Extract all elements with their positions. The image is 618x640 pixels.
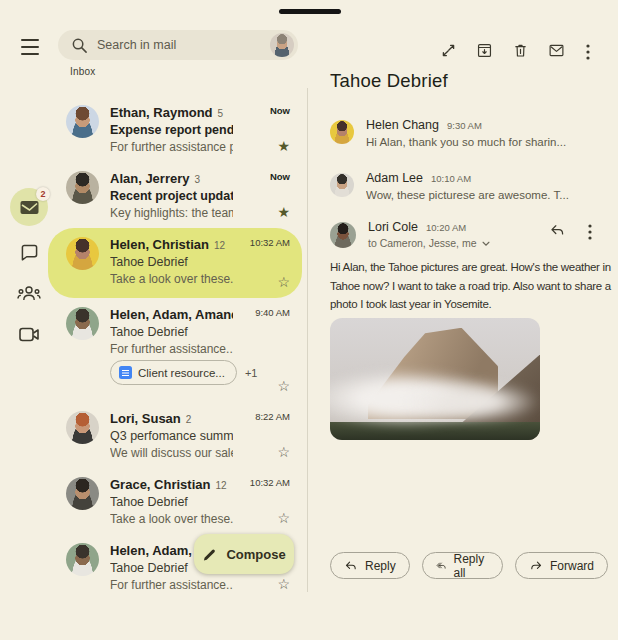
subject: Tahoe Debrief xyxy=(110,495,233,509)
message-snippet: Hi Alan, thank you so much for sharin... xyxy=(366,136,598,148)
message-body: Hi Alan, the Tahoe pictures are great. H… xyxy=(330,258,615,314)
reply-all-label: Reply all xyxy=(453,552,489,580)
chevron-down-icon xyxy=(481,239,491,248)
groups-icon xyxy=(17,285,41,302)
avatar[interactable] xyxy=(66,237,99,270)
attachment-label: Client resource... xyxy=(138,367,225,379)
archive-icon[interactable] xyxy=(476,42,493,59)
list-item[interactable]: Grace, Christian12 Tahoe Debrief Take a … xyxy=(48,468,302,534)
avatar[interactable] xyxy=(66,105,99,138)
star-icon[interactable]: ☆ xyxy=(277,577,290,591)
rail-chat-tab[interactable] xyxy=(10,233,48,271)
reply-button[interactable]: Reply xyxy=(330,552,410,579)
mail-icon xyxy=(20,200,39,215)
recipients: to Cameron, Jesse, me xyxy=(368,237,477,249)
message-count: 12 xyxy=(215,480,226,491)
compose-label: Compose xyxy=(226,547,285,562)
timestamp: 10:32 AM xyxy=(250,237,290,248)
snippet: For further assistance please... xyxy=(110,140,233,154)
inbox-list: Ethan, Raymond5 Expense report pending F… xyxy=(48,96,302,600)
sender-names: Ethan, Raymond xyxy=(110,105,213,120)
collapsed-message[interactable]: Adam Lee10:10 AM Wow, these picturese ar… xyxy=(330,171,598,201)
sender-names: Grace, Christian xyxy=(110,477,210,492)
snippet: Take a look over these... xyxy=(110,512,233,526)
reply-label: Reply xyxy=(365,559,396,573)
conversation-pane: Tahoe Debrief Helen Chang9:30 AM Hi Alan… xyxy=(320,0,608,600)
search-input[interactable] xyxy=(97,38,261,52)
reply-all-icon xyxy=(436,559,447,573)
subject: Expense report pending xyxy=(110,123,233,137)
google-docs-icon xyxy=(119,366,132,379)
expand-icon[interactable] xyxy=(440,42,457,59)
sender-name: Helen Chang xyxy=(366,118,439,132)
list-item[interactable]: Lori, Susan2 Q3 perfomance summary We wi… xyxy=(48,402,302,468)
sender-names: Lori, Susan xyxy=(110,411,181,426)
message-more-icon[interactable] xyxy=(586,222,594,239)
menu-icon[interactable] xyxy=(19,38,43,56)
timestamp: 10:32 AM xyxy=(250,477,290,488)
account-avatar[interactable] xyxy=(270,33,294,57)
message-snippet: Wow, these picturese are awesome. T... xyxy=(366,189,598,201)
rail-spaces-tab[interactable] xyxy=(10,274,48,312)
search-icon xyxy=(71,37,88,54)
inbox-section-label: Inbox xyxy=(70,66,95,77)
thread-title: Tahoe Debrief xyxy=(330,70,448,92)
star-icon[interactable]: ★ xyxy=(277,139,290,153)
star-icon[interactable]: ☆ xyxy=(277,445,290,459)
gmail-tablet-screen: Inbox 2 Ethan, Raymond5 Expense report p… xyxy=(0,0,618,640)
timestamp: 8:22 AM xyxy=(255,411,290,422)
subject: Q3 perfomance summary xyxy=(110,429,233,443)
attachment-chip[interactable]: Client resource... xyxy=(110,360,237,385)
more-options-icon[interactable] xyxy=(584,42,592,59)
snippet: We will discuss our sales... xyxy=(110,446,233,460)
collapsed-message[interactable]: Helen Chang9:30 AM Hi Alan, thank you so… xyxy=(330,118,598,148)
timestamp: 9:40 AM xyxy=(255,307,290,318)
snippet: For further assistance... xyxy=(110,342,233,356)
list-item[interactable]: Helen, Adam, Amanda4 Tahoe Debrief For f… xyxy=(48,298,302,402)
avatar[interactable] xyxy=(66,411,99,444)
mark-unread-icon[interactable] xyxy=(548,42,565,59)
star-icon[interactable]: ☆ xyxy=(277,379,290,393)
avatar[interactable] xyxy=(66,477,99,510)
avatar[interactable] xyxy=(66,171,99,204)
reply-icon[interactable] xyxy=(549,222,566,239)
star-icon[interactable]: ☆ xyxy=(277,511,290,525)
sender-names: Helen, Adam, Amanda xyxy=(110,307,233,322)
message-time: 9:30 AM xyxy=(447,120,482,131)
pane-divider xyxy=(307,88,308,592)
sender-names: Alan, Jerrery xyxy=(110,171,190,186)
avatar[interactable] xyxy=(66,543,99,576)
sender-name: Lori Cole xyxy=(368,220,418,234)
forward-icon xyxy=(529,559,543,573)
reply-icon xyxy=(344,559,358,573)
list-item[interactable]: Alan, Jerrery3 Recent project updates Ke… xyxy=(48,162,302,228)
search-bar[interactable] xyxy=(58,30,298,60)
photo-fog xyxy=(404,381,541,422)
video-camera-icon xyxy=(19,327,40,342)
message-count: 12 xyxy=(214,240,225,251)
star-icon[interactable]: ☆ xyxy=(277,275,290,289)
list-item[interactable]: Ethan, Raymond5 Expense report pending F… xyxy=(48,96,302,162)
subject: Tahoe Debrief xyxy=(110,255,233,269)
sender-names: Helen, Christian xyxy=(110,237,209,252)
avatar xyxy=(330,173,354,197)
chat-icon xyxy=(20,244,39,261)
forward-button[interactable]: Forward xyxy=(515,552,608,579)
subject: Tahoe Debrief xyxy=(110,325,233,339)
subject: Recent project updates xyxy=(110,189,233,203)
star-icon[interactable]: ★ xyxy=(277,205,290,219)
rail-meet-tab[interactable] xyxy=(10,315,48,353)
timestamp: Now xyxy=(270,105,290,116)
delete-icon[interactable] xyxy=(512,42,529,59)
rail-mail-tab[interactable]: 2 xyxy=(10,188,48,226)
list-item-selected[interactable]: Helen, Christian12 Tahoe Debrief Take a … xyxy=(48,228,302,298)
avatar xyxy=(330,120,354,144)
reply-all-button[interactable]: Reply all xyxy=(422,552,503,579)
avatar xyxy=(330,222,356,248)
yosemite-photo-attachment[interactable] xyxy=(330,318,540,440)
avatar[interactable] xyxy=(66,307,99,340)
snippet: Take a look over these... xyxy=(110,272,233,286)
snippet: For further assistance... xyxy=(110,578,233,592)
compose-button[interactable]: Compose xyxy=(194,534,294,574)
expanded-message-header[interactable]: Lori Cole10:20 AM to Cameron, Jesse, me xyxy=(330,220,598,249)
